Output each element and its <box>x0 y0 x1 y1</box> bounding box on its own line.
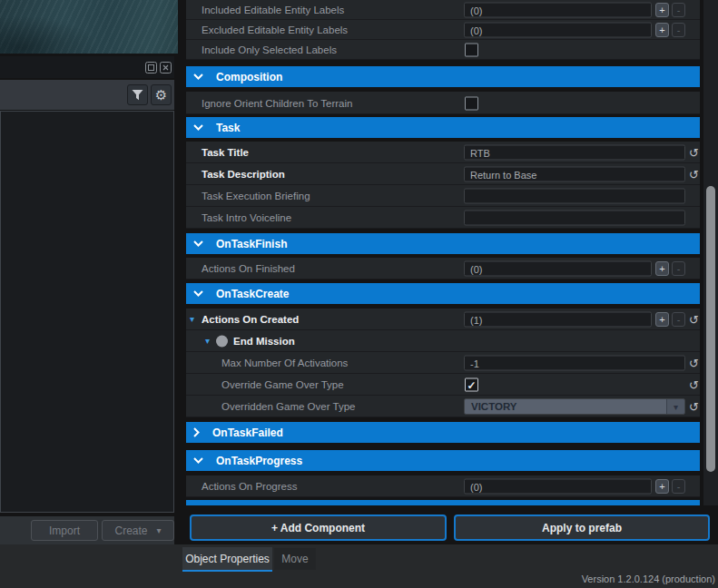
create-button[interactable]: Create ▾ <box>102 520 174 541</box>
scrollbar-track[interactable] <box>703 0 718 505</box>
settings-button[interactable]: ⚙ <box>151 84 172 105</box>
property-row-overridden-game-over: Overridden Game Over Type VICTORY ▾ ↺ <box>186 396 700 417</box>
excluded-labels-field[interactable]: (0) <box>464 23 652 38</box>
section-header-ontaskfailed[interactable]: OnTaskFailed <box>186 422 700 443</box>
revert-icon[interactable]: ↺ <box>687 400 700 414</box>
game-over-type-dropdown[interactable]: VICTORY ▾ <box>464 398 685 415</box>
section-header-ontaskcreate[interactable]: OnTaskCreate <box>186 283 700 304</box>
section-title: Composition <box>216 71 282 83</box>
property-row-max-activations: Max Number Of Activations -1 ↺ <box>186 352 700 374</box>
property-label: Excluded Editable Entity Labels <box>186 24 348 35</box>
chevron-down-icon: ▾ <box>157 525 162 535</box>
next-section-header-partial <box>186 500 700 505</box>
chevron-down-icon <box>193 74 203 80</box>
remove-item-button[interactable]: - <box>672 3 685 17</box>
chevron-down-icon[interactable]: ▾ <box>666 399 684 414</box>
max-activations-input[interactable]: -1 <box>464 356 685 371</box>
section-header-composition[interactable]: Composition <box>186 66 700 87</box>
property-label: Actions On Created <box>186 314 299 325</box>
property-label: Task Description <box>186 169 285 180</box>
property-row-excluded-labels: Excluded Editable Entity Labels (0) + - <box>186 20 700 40</box>
property-row-actions-on-created: ▾ Actions On Created (1) + - ↺ <box>186 309 700 330</box>
scrollbar-thumb[interactable] <box>706 186 715 472</box>
apply-to-prefab-button[interactable]: Apply to prefab <box>454 514 710 541</box>
revert-icon[interactable]: ↺ <box>687 168 700 181</box>
tab-object-properties[interactable]: Object Properties <box>182 547 272 570</box>
remove-item-button[interactable]: - <box>672 23 685 37</box>
add-item-button[interactable]: + <box>655 3 669 17</box>
funnel-icon <box>131 89 144 102</box>
remove-item-button[interactable]: - <box>672 479 685 494</box>
tab-move[interactable]: Move <box>274 548 316 570</box>
dropdown-selected-value: VICTORY <box>465 399 666 414</box>
override-game-over-checkbox[interactable]: ✓ <box>465 378 478 392</box>
section-title: Task <box>216 122 240 134</box>
section-header-ontaskprogress[interactable]: OnTaskProgress <box>186 450 700 471</box>
filter-button[interactable] <box>127 84 148 105</box>
section-title: OnTaskFailed <box>212 426 283 439</box>
actions-on-created-field[interactable]: (1) <box>464 312 652 328</box>
bottom-bar: Object Properties Move Version 1.2.0.124… <box>0 544 718 588</box>
revert-icon[interactable]: ↺ <box>687 357 700 370</box>
version-label: Version 1.2.0.124 (production) <box>582 573 715 584</box>
browser-content-area <box>0 111 174 513</box>
restore-window-icon[interactable] <box>145 62 157 74</box>
add-component-button[interactable]: + Add Component <box>190 514 447 541</box>
property-label: Task Intro Voiceline <box>186 212 291 223</box>
browser-panel-titlebar <box>0 56 174 78</box>
actions-on-finished-field[interactable]: (0) <box>464 261 652 277</box>
property-row-actions-on-finished: Actions On Finished (0) + - <box>186 258 700 279</box>
property-row-ignore-orient: Ignore Orient Children To Terrain ✓ <box>186 92 700 114</box>
property-row-override-game-over: Override Game Over Type ✓ ↺ <box>186 374 700 396</box>
remove-item-button[interactable]: - <box>672 261 685 276</box>
property-row-include-only-selected: Include Only Selected Labels ✓ <box>186 40 700 60</box>
property-row-task-title: Task Title RTB ↺ <box>186 142 700 163</box>
property-label: Included Editable Entity Labels <box>186 5 344 15</box>
task-description-input[interactable]: Return to Base <box>464 167 685 182</box>
include-only-selected-checkbox[interactable]: ✓ <box>465 44 478 57</box>
section-title: OnTaskFinish <box>216 238 287 250</box>
action-node-icon <box>216 336 228 348</box>
property-label: Actions On Progress <box>186 481 297 492</box>
section-title: OnTaskProgress <box>216 455 302 467</box>
chevron-down-icon <box>193 290 203 297</box>
section-title: OnTaskCreate <box>216 288 289 300</box>
add-item-button[interactable]: + <box>655 23 669 37</box>
property-row-task-description: Task Description Return to Base ↺ <box>186 163 700 185</box>
property-row-task-execution-briefing: Task Execution Briefing <box>186 185 700 207</box>
revert-icon[interactable]: ↺ <box>687 378 700 392</box>
property-row-end-mission: ▾ End Mission <box>186 330 700 352</box>
property-label: End Mission <box>186 336 295 347</box>
create-button-label: Create <box>114 524 147 537</box>
add-item-button[interactable]: + <box>655 261 669 276</box>
browser-toolbar: ⚙ <box>0 80 174 110</box>
section-header-task[interactable]: Task <box>186 117 700 138</box>
property-label: Ignore Orient Children To Terrain <box>186 98 352 109</box>
revert-icon[interactable]: ↺ <box>687 313 700 327</box>
task-execution-briefing-input[interactable] <box>464 189 685 204</box>
revert-icon[interactable]: ↺ <box>687 146 700 160</box>
expander-triangle-icon[interactable]: ▾ <box>205 337 210 346</box>
property-row-actions-on-progress: Actions On Progress (0) + - <box>186 475 700 497</box>
add-item-button[interactable]: + <box>655 479 669 494</box>
section-header-ontaskfinish[interactable]: OnTaskFinish <box>186 233 700 254</box>
remove-item-button[interactable]: - <box>672 312 685 327</box>
expander-triangle-icon[interactable]: ▾ <box>190 315 194 324</box>
included-labels-field[interactable]: (0) <box>464 3 652 18</box>
task-intro-voiceline-input[interactable] <box>464 211 685 226</box>
property-label: Task Execution Briefing <box>186 191 310 201</box>
object-properties-panel: Included Editable Entity Labels (0) + - … <box>186 0 700 505</box>
property-label: Actions On Finished <box>186 263 295 274</box>
property-label: Task Title <box>186 147 249 158</box>
chevron-down-icon <box>193 240 203 247</box>
active-tab-underline <box>182 570 272 572</box>
add-item-button[interactable]: + <box>655 312 669 327</box>
ignore-orient-checkbox[interactable]: ✓ <box>465 96 478 110</box>
close-icon[interactable] <box>160 62 172 74</box>
property-row-task-intro-voiceline: Task Intro Voiceline <box>186 207 700 229</box>
property-label: Override Game Over Type <box>186 379 344 390</box>
task-title-input[interactable]: RTB <box>464 145 685 161</box>
chevron-right-icon <box>193 427 200 437</box>
actions-on-progress-field[interactable]: (0) <box>464 479 652 495</box>
import-button[interactable]: Import <box>31 520 98 541</box>
